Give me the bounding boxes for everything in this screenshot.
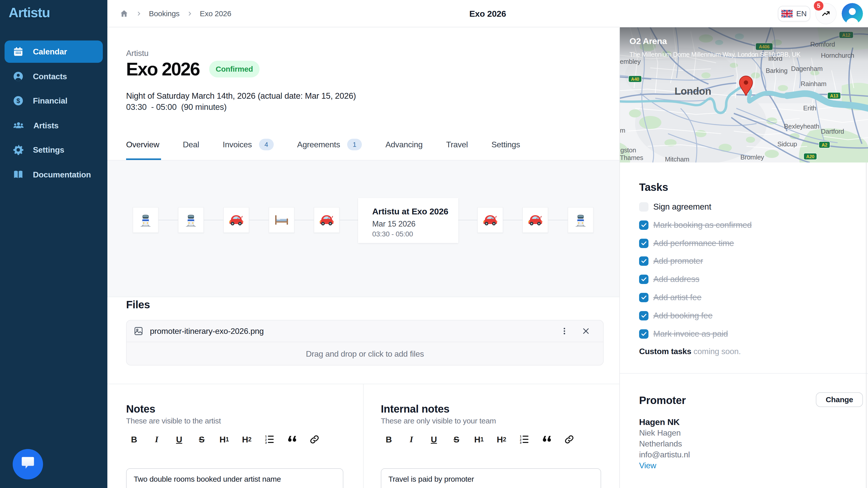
svg-text:Erith: Erith <box>803 104 816 112</box>
svg-text:A13: A13 <box>830 93 838 98</box>
svg-text:Mitcham: Mitcham <box>665 155 689 162</box>
svg-text:London: London <box>675 86 711 97</box>
svg-text:Dartford: Dartford <box>821 128 844 135</box>
svg-text:Bromley: Bromley <box>740 153 764 161</box>
svg-text:Bexleyheath: Bexleyheath <box>784 123 819 130</box>
svg-text:gston: gston <box>620 146 636 154</box>
svg-text:m: m <box>620 127 625 134</box>
svg-text:Sidcup: Sidcup <box>777 140 797 148</box>
svg-text:$: $ <box>17 97 20 104</box>
svg-text:1: 1 <box>520 435 522 438</box>
svg-text:3: 3 <box>520 441 522 444</box>
svg-text:1: 1 <box>265 435 267 438</box>
svg-text:A20: A20 <box>806 154 814 159</box>
svg-text:2: 2 <box>520 438 521 441</box>
svg-text:O2 Arena: O2 Arena <box>629 36 667 46</box>
svg-text:The Millennium Dome Millennium: The Millennium Dome Millennium Way, Lond… <box>629 51 801 58</box>
svg-text:Thames: Thames <box>620 154 643 161</box>
svg-text:A2: A2 <box>822 142 828 148</box>
svg-text:2: 2 <box>265 438 267 441</box>
svg-text:3: 3 <box>265 441 267 444</box>
